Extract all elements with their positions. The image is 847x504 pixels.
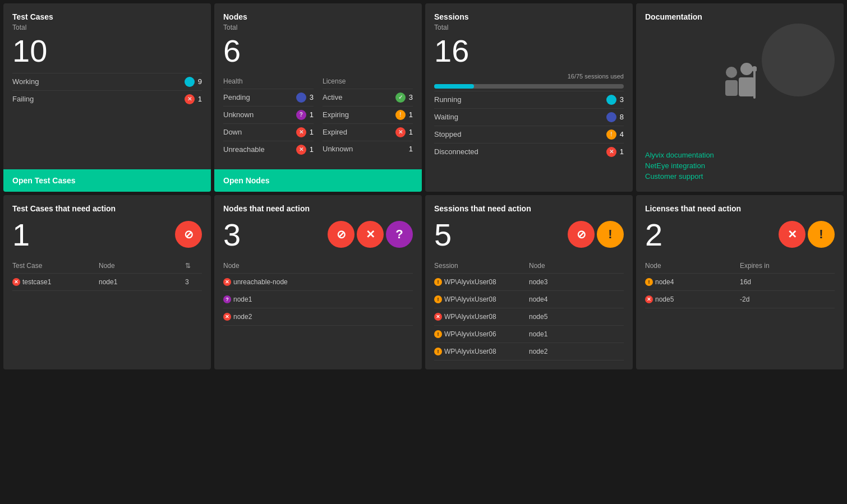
node-x-icon: ✕ (357, 221, 384, 248)
doc-links: Alyvix documentation NetEye integration … (645, 151, 835, 183)
session-row5-session: WP\AlyvixUser08 (444, 348, 496, 355)
nodes-unknown-row: Unknown ? 1 (223, 106, 314, 123)
expired-icon: ✕ (395, 127, 406, 137)
session-row3-icon: ✕ (434, 313, 442, 321)
session-row2-icon: ! (434, 295, 442, 303)
session-row1-session: WP\AlyvixUser08 (444, 278, 496, 286)
test-cases-title: Test Cases (12, 12, 202, 21)
sessions-stopped-row: Stopped ! 4 (434, 126, 624, 143)
open-test-cases-button[interactable]: Open Test Cases (3, 169, 211, 192)
action-tc-title: Test Cases that need action (12, 204, 202, 213)
stopped-icon: ! (606, 130, 616, 140)
doc-icons (723, 62, 757, 107)
tc-col-node: Node (99, 262, 185, 270)
session-row5-icon: ! (434, 348, 442, 355)
session-warning-icon: ! (597, 221, 624, 248)
node-row-3: ✕ node2 (223, 308, 413, 326)
sort-icon: ⇅ (185, 262, 202, 270)
documentation-title: Documentation (645, 12, 835, 21)
documentation-card: Documentation Alyvix documentation (636, 3, 844, 192)
session-row-1: ! WP\AlyvixUser08 node3 (434, 274, 624, 291)
session-row4-node: node1 (529, 330, 624, 338)
neteye-link[interactable]: NetEye integration (645, 161, 835, 170)
nodes-col-node: Node (223, 262, 413, 270)
down-icon: ✕ (296, 127, 306, 137)
node-row2-icon: ? (223, 295, 231, 303)
node-row1-name: unreachable-node (233, 278, 288, 286)
nodes-total: 6 (223, 34, 413, 68)
svg-rect-3 (739, 77, 754, 96)
license-row-2: ✕ node5 -2d (645, 291, 835, 308)
sessions-action-header: Session Node (434, 258, 624, 274)
node-row-1: ✕ unreachable-node (223, 274, 413, 291)
sessions-total-label: Total (434, 24, 624, 31)
test-cases-total-label: Total (12, 24, 202, 31)
running-icon (606, 95, 616, 105)
licenses-col-expires: Expires in (740, 262, 835, 270)
working-value: 9 (198, 77, 202, 86)
session-slash-icon: ⊘ (568, 221, 595, 248)
license-row2-node: node5 (655, 295, 674, 303)
nodes-action-header: Node (223, 258, 413, 274)
sessions-col-session: Session (434, 262, 529, 270)
action-nodes-count: 3 (223, 218, 241, 252)
tc-row-value: 3 (185, 278, 202, 286)
unreachable-icon: ✕ (296, 145, 306, 155)
session-row3-session: WP\AlyvixUser08 (444, 313, 496, 321)
pending-icon (296, 93, 306, 103)
action-licenses-card: Licenses that need action 2 ✕ ! Node Exp… (636, 195, 844, 370)
doc-circle-bg (762, 24, 835, 96)
licenses-action-header: Node Expires in (645, 258, 835, 274)
tc-row-1: ✕ testcase1 node1 3 (12, 274, 202, 291)
sessions-card: Sessions Total 16 16/75 sessions used Ru… (425, 3, 633, 192)
node-row3-name: node2 (233, 313, 252, 321)
node-row-2: ? node1 (223, 291, 413, 308)
action-nodes-title: Nodes that need action (223, 204, 413, 213)
session-row-3: ✕ WP\AlyvixUser08 node5 (434, 308, 624, 326)
session-row-5: ! WP\AlyvixUser08 node2 (434, 343, 624, 360)
node-slash-icon: ⊘ (328, 221, 355, 248)
action-licenses-title: Licenses that need action (645, 204, 835, 213)
node-question-icon: ? (386, 221, 413, 248)
waiting-icon (606, 112, 616, 122)
session-row3-node: node5 (529, 313, 624, 321)
sessions-col-node: Node (529, 262, 624, 270)
nodes-unreachable-row: Unreachable ✕ 1 (223, 141, 314, 158)
failing-icon: ✕ (185, 94, 195, 104)
sessions-progress-label: 16/75 sessions used (434, 73, 624, 80)
sessions-progress-bar (434, 84, 624, 89)
session-row2-session: WP\AlyvixUser08 (444, 295, 496, 303)
license-row-1: ! node4 16d (645, 274, 835, 291)
session-row-4: ! WP\AlyvixUser06 node1 (434, 326, 624, 343)
open-nodes-button[interactable]: Open Nodes (214, 169, 422, 192)
alyvix-doc-link[interactable]: Alyvix documentation (645, 151, 835, 159)
action-licenses-header: 2 ✕ ! (645, 218, 835, 252)
sessions-running-row: Running 3 (434, 91, 624, 108)
tc-table: Test Case Node ⇅ ✕ testcase1 node1 3 (12, 258, 202, 291)
license-x-icon: ✕ (779, 221, 805, 248)
action-licenses-icons: ✕ ! (779, 221, 835, 248)
tc-row-testcase: testcase1 (22, 278, 51, 286)
nodes-license-label: License (323, 77, 413, 85)
customer-support-link[interactable]: Customer support (645, 172, 835, 181)
licenses-col-node: Node (645, 262, 740, 270)
sessions-action-table: Session Node ! WP\AlyvixUser08 node3 ! W… (434, 258, 624, 360)
sessions-total: 16 (434, 34, 624, 68)
test-cases-card: Test Cases Total 10 Working 9 Failing ✕ … (3, 3, 211, 192)
svg-point-2 (740, 63, 753, 75)
tc-row-icon: ✕ (12, 278, 20, 286)
sessions-disconnected-row: Disconnected ✕ 1 (434, 143, 624, 160)
working-label: Working (12, 77, 39, 86)
sessions-title: Sessions (434, 12, 624, 21)
test-cases-total: 10 (12, 34, 202, 68)
nodes-pending-row: Pending 3 (223, 89, 314, 106)
license-warning-icon: ! (808, 221, 835, 248)
session-row4-session: WP\AlyvixUser06 (444, 330, 496, 338)
nodes-title: Nodes (223, 12, 413, 21)
tc-slash-icon: ⊘ (175, 221, 202, 248)
working-icon (185, 77, 195, 87)
unknown-health-icon: ? (296, 110, 306, 120)
session-row5-node: node2 (529, 348, 624, 355)
licenses-action-table: Node Expires in ! node4 16d ✕ node5 -2d (645, 258, 835, 308)
session-row2-node: node4 (529, 295, 624, 303)
